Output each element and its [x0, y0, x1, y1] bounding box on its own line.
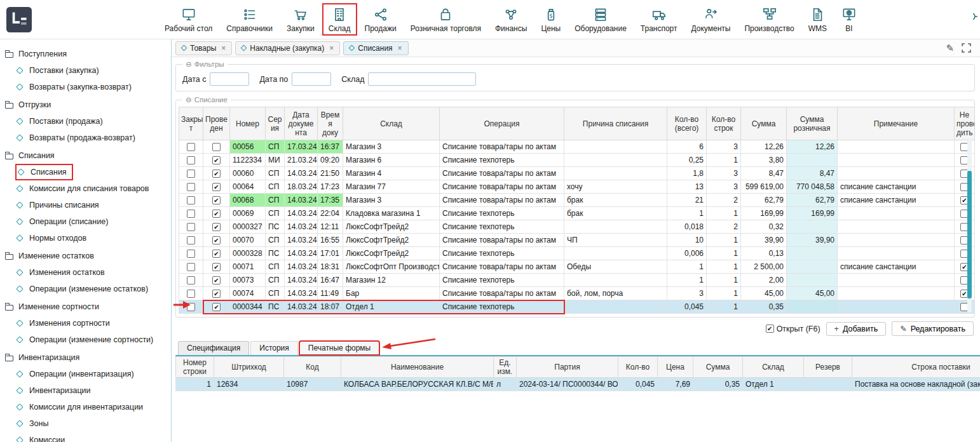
col-qty_total[interactable]: Кол-во (всего)	[667, 107, 707, 140]
sidebar-item[interactable]: Инвентаризации	[15, 382, 171, 399]
sidebar-item[interactable]: Списания	[15, 164, 73, 180]
cell-note[interactable]	[838, 247, 955, 260]
tab-close-icon[interactable]: ×	[221, 44, 226, 53]
cell-closed[interactable]	[179, 260, 203, 274]
cell-reason[interactable]: брак	[564, 194, 667, 207]
closed-checkbox[interactable]	[187, 156, 195, 164]
open-checkbox[interactable]: ✔	[766, 325, 774, 333]
cell-barcode[interactable]: 12634	[214, 377, 284, 391]
cell-qty_total[interactable]: 1,8	[667, 167, 707, 180]
closed-checkbox[interactable]	[187, 210, 195, 218]
cell-reserve[interactable]	[804, 377, 852, 391]
edit-view-icon[interactable]: ✎	[946, 43, 954, 54]
cell-code[interactable]: 10987	[284, 377, 341, 391]
cell-sklad[interactable]: ЛюксСофтТрейд2	[343, 234, 440, 247]
cell-checked[interactable]: ✔	[203, 180, 230, 194]
cell-qty_total[interactable]: 3	[667, 287, 707, 300]
cell-closed[interactable]	[179, 140, 203, 154]
cell-price[interactable]: 7,69	[658, 377, 693, 391]
cell-note[interactable]	[838, 234, 955, 247]
cell-checked[interactable]: ✔	[203, 234, 230, 247]
tab[interactable]: Списания ×	[343, 41, 408, 55]
sidebar-item[interactable]: Причины списания	[15, 197, 171, 213]
cell-time[interactable]: 16:37	[318, 140, 343, 154]
cell-series[interactable]: СП	[266, 207, 285, 220]
cell-operation[interactable]: Списание товара/тары по актам	[440, 194, 564, 207]
sidebar-item[interactable]: Изменение сортности	[5, 298, 171, 315]
closed-checkbox[interactable]	[187, 143, 195, 151]
cell-qty_rows[interactable]: 3	[707, 167, 741, 180]
cell-number[interactable]: 00074	[230, 287, 266, 300]
toolbar-desktop[interactable]: Рабочий стол	[159, 4, 218, 35]
cell-number[interactable]: 00071	[230, 260, 266, 274]
cell-number[interactable]: 00056	[230, 140, 266, 154]
cell-closed[interactable]	[179, 154, 203, 167]
closed-checkbox[interactable]	[187, 290, 195, 298]
cell-sum_retail[interactable]: 12,26	[787, 140, 838, 154]
toolbar-equipment[interactable]: Оборудование	[569, 4, 632, 35]
cell-closed[interactable]	[179, 180, 203, 194]
cell-sum_retail[interactable]: 39,90	[787, 234, 838, 247]
cell-series[interactable]: СП	[266, 194, 285, 207]
toolbar-bi[interactable]: BI	[835, 4, 863, 35]
detail-tab[interactable]: История	[250, 341, 298, 355]
col-checked[interactable]: Прове ден	[203, 107, 230, 140]
cell-reason[interactable]	[564, 140, 667, 154]
sidebar-item[interactable]: Нормы отходов	[15, 230, 171, 246]
cell-date[interactable]: 14.03.24	[285, 260, 318, 274]
cell-closed[interactable]	[179, 220, 203, 234]
cell-date[interactable]: 14.03.24	[285, 247, 318, 260]
cell-checked[interactable]: ✔	[203, 194, 230, 207]
cell-operation[interactable]: Списание техпотерь	[440, 274, 564, 287]
cell-sum_retail[interactable]: 8,47	[787, 167, 838, 180]
cell-series[interactable]: СП	[266, 140, 285, 154]
col-reserve[interactable]: Резерв	[804, 356, 852, 377]
cell-time[interactable]: 16:47	[318, 274, 343, 287]
cell-time[interactable]: 18:07	[318, 300, 343, 314]
toolbar-documents[interactable]: Документы	[686, 4, 737, 35]
checked-checkbox[interactable]: ✔	[212, 183, 221, 191]
tab-close-icon[interactable]: ×	[329, 44, 334, 53]
col-qty_rows[interactable]: Кол-во строк	[707, 107, 741, 140]
cell-date[interactable]: 14.03.24	[285, 300, 318, 314]
cell-closed[interactable]	[179, 274, 203, 287]
cell-sklad[interactable]: Магазин 3	[343, 140, 440, 154]
cell-series[interactable]: ПС	[266, 300, 285, 314]
cell-operation[interactable]: Списание товара/тары по актам	[440, 287, 564, 300]
table-row[interactable]: ✔00060СП14.03.2421:50Магазин 4Списание т…	[179, 167, 975, 180]
cell-closed[interactable]	[179, 167, 203, 180]
table-row[interactable]: ✔00069СП14.03.2422:04Кладовка магазина 1…	[179, 207, 975, 220]
cell-qty_total[interactable]: 21	[667, 194, 707, 207]
col-closed[interactable]: Закры т	[179, 107, 203, 140]
sidebar-item[interactable]: Операции (списание)	[15, 213, 171, 230]
cell-time[interactable]: 21:50	[318, 167, 343, 180]
col-note[interactable]: Примечание	[838, 107, 955, 140]
table-row[interactable]: ✔00074СП14.03.2411:49БарСписание товара/…	[179, 287, 975, 300]
cell-note[interactable]	[838, 300, 955, 314]
cell-time[interactable]: 17:23	[318, 180, 343, 194]
cell-number[interactable]: 00073	[230, 274, 266, 287]
cell-date[interactable]: 14.03.24	[285, 274, 318, 287]
cell-sum_retail[interactable]: 770 048,58	[787, 180, 838, 194]
table-row[interactable]: ✔00064СП18.03.2417:23Магазин 77Списание …	[179, 180, 975, 194]
cell-qty_rows[interactable]: 1	[707, 234, 741, 247]
checked-checkbox[interactable]: ✔	[212, 250, 221, 258]
toolbar-transport[interactable]: Транспорт	[635, 4, 683, 35]
cell-qty_total[interactable]: 0,25	[667, 154, 707, 167]
cell-operation[interactable]: Списание техпотерь	[440, 207, 564, 220]
cell-date[interactable]: 21.03.24	[285, 154, 318, 167]
cell-qty_rows[interactable]: 2	[707, 220, 741, 234]
sidebar-item[interactable]: Операции (изменение остатков)	[15, 281, 171, 297]
cell-reason[interactable]: брак	[564, 207, 667, 220]
cell-sum[interactable]: 0,35	[741, 300, 787, 314]
tab[interactable]: Товары ×	[175, 41, 232, 55]
cell-name[interactable]: КОЛБАСА ВАР.БЕЛОРУССКАЯ КЛ.В/С М/Б	[341, 377, 494, 391]
cell-series[interactable]: СП	[266, 180, 285, 194]
toolbar-warehouse[interactable]: Склад	[323, 4, 357, 35]
col-series[interactable]: Сер ия	[266, 107, 285, 140]
sidebar-item[interactable]: Операции (изменение сортности)	[15, 332, 171, 348]
cell-number[interactable]: 00068	[230, 194, 266, 207]
cell-note[interactable]: списание санстанции	[838, 194, 955, 207]
cell-date[interactable]: 18.03.24	[285, 180, 318, 194]
col-supply[interactable]: Строка поставки	[852, 356, 980, 377]
